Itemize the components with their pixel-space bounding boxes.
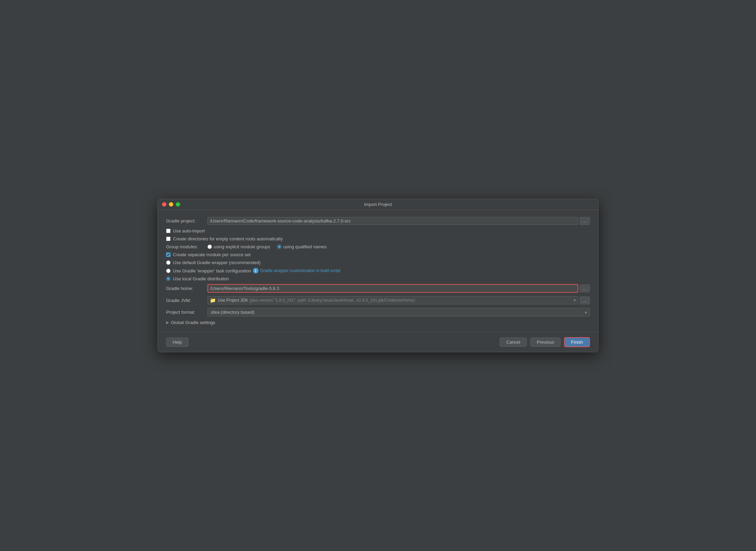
group-modules-label: Group modules: [166, 244, 207, 249]
project-format-select[interactable]: .idea (directory based) [207, 308, 590, 316]
form-content: Gradle project: ... Use auto-import Crea… [158, 210, 598, 332]
maximize-button[interactable] [176, 202, 180, 207]
project-format-row: Project format: .idea (directory based) [166, 308, 590, 316]
wrapper-task-radio[interactable] [166, 269, 171, 273]
create-module-label[interactable]: Create separate module per source set [173, 252, 251, 257]
auto-import-checkbox[interactable] [166, 229, 171, 233]
minimize-button[interactable] [169, 202, 173, 207]
import-project-window: Import Project Gradle project: ... Use a… [157, 199, 599, 352]
window-title: Import Project [364, 202, 392, 207]
folder-icon: 📁 [210, 298, 216, 303]
cancel-button[interactable]: Cancel [500, 337, 527, 347]
gradle-project-browse-button[interactable]: ... [580, 217, 590, 225]
footer-left: Help [166, 337, 188, 347]
gradle-jvm-browse-button[interactable]: ... [580, 297, 590, 304]
create-dirs-label[interactable]: Create directories for empty content roo… [173, 236, 283, 241]
radio-qualified-label[interactable]: using qualified names [283, 244, 327, 249]
auto-import-row: Use auto-import [166, 228, 590, 233]
wrapper-task-label[interactable]: Use Gradle 'wrapper' task configuration [173, 268, 251, 273]
dialog-footer: Help Cancel Previous Finish [158, 332, 598, 352]
radio-explicit-input[interactable] [207, 245, 212, 249]
gradle-project-label: Gradle project: [166, 218, 207, 223]
close-button[interactable] [162, 202, 166, 207]
dropdown-arrow-icon: ▾ [574, 298, 576, 303]
wrapper-task-row: Use Gradle 'wrapper' task configuration … [166, 268, 590, 273]
chevron-right-icon: ▶ [166, 320, 169, 325]
gradle-jvm-select[interactable]: 📁 Use Project JDK (java version "1.8.0_2… [207, 296, 578, 304]
global-gradle-settings[interactable]: ▶ Global Gradle settings [166, 320, 590, 325]
group-modules-radio-group: using explicit module groups using quali… [207, 244, 327, 249]
create-dirs-row: Create directories for empty content roo… [166, 236, 590, 241]
previous-button[interactable]: Previous [530, 337, 561, 347]
create-dirs-checkbox[interactable] [166, 237, 171, 241]
radio-explicit-option: using explicit module groups [207, 244, 270, 249]
help-button[interactable]: Help [166, 337, 188, 347]
gradle-home-browse-button[interactable]: ... [580, 284, 590, 292]
finish-button[interactable]: Finish [564, 337, 590, 347]
wrapper-info-link[interactable]: Gradle wrapper customization in build sc… [260, 268, 340, 273]
gradle-home-row: Gradle home: ... [166, 284, 590, 293]
create-module-checkbox[interactable] [166, 252, 171, 257]
radio-qualified-input[interactable] [277, 245, 282, 249]
radio-qualified-option: using qualified names [277, 244, 327, 249]
local-gradle-row: Use local Gradle distribution [166, 276, 590, 281]
default-wrapper-row: Use default Gradle wrapper (recommended) [166, 260, 590, 265]
local-gradle-radio[interactable] [166, 277, 171, 281]
gradle-home-input[interactable] [207, 284, 578, 293]
auto-import-label[interactable]: Use auto-import [173, 228, 205, 233]
global-settings-label: Global Gradle settings [171, 320, 215, 325]
title-bar: Import Project [158, 199, 598, 210]
gradle-project-input[interactable] [207, 217, 578, 225]
info-icon[interactable]: i [253, 268, 258, 273]
project-format-select-wrapper: .idea (directory based) [207, 308, 590, 316]
create-module-row: Create separate module per source set [166, 252, 590, 257]
local-gradle-label[interactable]: Use local Gradle distribution [173, 276, 229, 281]
gradle-jvm-value: Use Project JDK [218, 298, 248, 303]
default-wrapper-radio[interactable] [166, 260, 171, 265]
default-wrapper-label[interactable]: Use default Gradle wrapper (recommended) [173, 260, 260, 265]
traffic-lights [162, 202, 180, 207]
group-modules-row: Group modules: using explicit module gro… [166, 244, 590, 249]
project-format-label: Project format: [166, 310, 207, 315]
gradle-jvm-row: Gradle JVM: 📁 Use Project JDK (java vers… [166, 296, 590, 304]
gradle-home-label: Gradle home: [166, 286, 207, 291]
gradle-project-row: Gradle project: ... [166, 217, 590, 225]
radio-explicit-label[interactable]: using explicit module groups [214, 244, 270, 249]
gradle-jvm-label: Gradle JVM: [166, 298, 207, 303]
gradle-jvm-detail: (java version "1.8.0_241", path: /Librar… [249, 298, 415, 303]
